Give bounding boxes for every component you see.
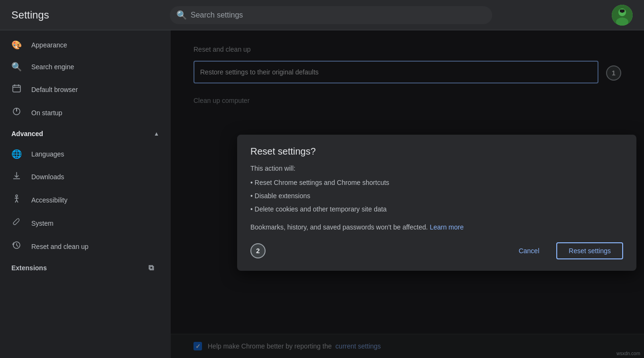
search-engine-icon: 🔍	[11, 62, 22, 72]
annotation-2: 2	[250, 243, 266, 258]
download-icon	[12, 171, 21, 180]
person-icon	[12, 194, 21, 203]
sidebar-item-appearance[interactable]: 🎨 Appearance	[0, 34, 165, 56]
svg-rect-5	[13, 85, 20, 92]
sidebar-item-system[interactable]: System	[0, 211, 165, 235]
extensions-label: Extensions	[11, 264, 47, 272]
wrench-icon	[12, 217, 21, 227]
search-input[interactable]	[170, 6, 492, 24]
default-browser-icon	[11, 83, 22, 95]
sidebar: 🎨 Appearance 🔍 Search engine Default bro…	[0, 30, 171, 358]
svg-line-17	[17, 200, 18, 202]
languages-icon: 🌐	[11, 149, 22, 159]
reset-dialog: Reset settings? This action will: • Rese…	[237, 135, 636, 271]
sidebar-item-default-browser[interactable]: Default browser	[0, 78, 165, 101]
avatar	[612, 5, 633, 26]
advanced-section-header[interactable]: Advanced ▲	[0, 124, 171, 143]
avatar-image	[612, 5, 633, 26]
sidebar-item-label: Search engine	[31, 63, 74, 71]
dialog-note: Bookmarks, history, and saved passwords …	[250, 223, 623, 231]
sidebar-item-label: Accessibility	[31, 196, 67, 204]
svg-line-16	[15, 200, 17, 202]
reset-icon	[11, 240, 22, 252]
search-icon: 🔍	[176, 10, 187, 20]
dialog-note-text: Bookmarks, history, and saved passwords …	[250, 223, 428, 231]
sidebar-item-reset-cleanup[interactable]: Reset and clean up	[0, 235, 165, 258]
sidebar-item-label: On startup	[31, 109, 62, 117]
power-icon	[12, 107, 21, 116]
reset-settings-button[interactable]: Reset settings	[556, 242, 623, 259]
sidebar-item-extensions[interactable]: Extensions ⧉	[0, 258, 165, 278]
advanced-label: Advanced	[11, 130, 43, 138]
settings-title: Settings	[11, 9, 106, 21]
sidebar-item-label: Languages	[31, 150, 64, 158]
dialog-list: • Reset Chrome settings and Chrome short…	[250, 176, 623, 216]
calendar-icon	[12, 83, 21, 93]
accessibility-icon	[11, 194, 22, 206]
sidebar-item-accessibility[interactable]: Accessibility	[0, 188, 165, 211]
sidebar-item-languages[interactable]: 🌐 Languages	[0, 143, 165, 165]
system-icon	[11, 217, 22, 229]
dialog-title: Reset settings?	[250, 146, 623, 157]
on-startup-icon	[11, 107, 22, 119]
search-bar: 🔍	[170, 6, 492, 24]
list-item-1: • Reset Chrome settings and Chrome short…	[250, 176, 623, 189]
cancel-button[interactable]: Cancel	[507, 243, 551, 258]
content-area: Reset and clean up Restore settings to t…	[171, 30, 644, 358]
list-item-3: • Delete cookies and other temporary sit…	[250, 202, 623, 216]
svg-rect-4	[620, 9, 625, 12]
sidebar-item-label: Reset and clean up	[31, 243, 89, 250]
clock-icon	[12, 240, 21, 250]
main-layout: 🎨 Appearance 🔍 Search engine Default bro…	[0, 30, 644, 358]
downloads-icon	[11, 171, 22, 183]
sidebar-item-label: Downloads	[31, 173, 64, 181]
dialog-actions: 2 Cancel Reset settings	[250, 242, 623, 259]
sidebar-item-search-engine[interactable]: 🔍 Search engine	[0, 56, 165, 78]
sidebar-item-on-startup[interactable]: On startup	[0, 101, 165, 124]
learn-more-link[interactable]: Learn more	[430, 223, 464, 231]
svg-point-13	[16, 195, 18, 197]
list-item-2: • Disable extensions	[250, 189, 623, 202]
sidebar-item-downloads[interactable]: Downloads	[0, 165, 165, 188]
sidebar-item-label: System	[31, 220, 54, 227]
external-link-icon: ⧉	[148, 264, 154, 272]
dialog-body-intro: This action will:	[250, 165, 623, 172]
chevron-up-icon: ▲	[154, 130, 159, 137]
header: Settings 🔍	[0, 0, 644, 30]
sidebar-item-label: Appearance	[31, 41, 67, 49]
appearance-icon: 🎨	[11, 40, 22, 50]
sidebar-item-label: Default browser	[31, 86, 78, 93]
watermark: wsxdn.com	[616, 351, 640, 356]
